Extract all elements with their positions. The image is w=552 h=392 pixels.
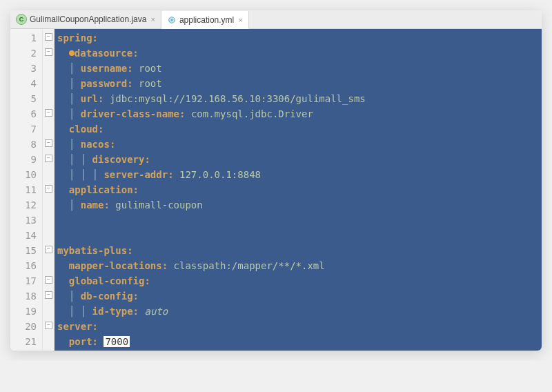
selection-highlight: 7000 [103, 336, 130, 347]
code-line: spring: [57, 30, 542, 46]
code-line: mybatis-plus: [57, 243, 542, 258]
line-number-gutter: 1 2 3 4 5 6 7 8 9 10 11 12 13 14 15 16 1… [10, 29, 43, 351]
line-number: 3 [19, 61, 37, 76]
code-line: │ │ discovery: [57, 152, 542, 167]
line-number: 16 [19, 258, 37, 273]
fold-toggle[interactable] [45, 322, 52, 329]
close-icon[interactable]: × [150, 15, 155, 23]
line-number: 13 [19, 213, 37, 228]
fold-toggle[interactable] [45, 185, 52, 193]
tab-yaml-file[interactable]: application.yml × [161, 11, 249, 29]
fold-toggle[interactable] [45, 33, 52, 41]
code-line: mapper-locations: classpath:/mapper/**/*… [57, 258, 542, 273]
line-number: 2 [19, 46, 37, 61]
tab-bar: C GulimallCouponApplication.java × appli… [10, 10, 542, 29]
warning-dot-icon [69, 50, 75, 56]
code-line: │ password: root [57, 76, 542, 91]
line-number: 5 [19, 91, 37, 106]
tab-java-file[interactable]: C GulimallCouponApplication.java × [10, 10, 161, 28]
code-line: port: 7000 [57, 334, 542, 349]
code-line: │ driver-class-name: com.mysql.jdbc.Driv… [57, 106, 542, 121]
line-number: 11 [19, 182, 37, 197]
code-line: │ url: jdbc:mysql://192.168.56.10:3306/g… [57, 91, 542, 106]
code-line: application: [57, 182, 542, 197]
line-number: 7 [19, 121, 37, 137]
line-number: 1 [19, 30, 37, 46]
tab-label: GulimallCouponApplication.java [30, 14, 146, 24]
code-line: datasource: [57, 46, 542, 61]
line-number: 17 [19, 273, 37, 288]
fold-gutter [43, 29, 55, 351]
fold-toggle[interactable] [45, 109, 52, 117]
fold-toggle[interactable] [45, 291, 52, 299]
line-number: 8 [19, 137, 37, 152]
line-number: 15 [19, 243, 37, 258]
line-number: 18 [19, 288, 37, 304]
code-line: server: [57, 319, 542, 334]
class-icon: C [16, 14, 27, 25]
tab-label: application.yml [179, 15, 234, 25]
code-line: │ │ │ server-addr: 127.0.0.1:8848 [57, 167, 542, 182]
yaml-icon [167, 15, 177, 25]
code-line: │ db-config: [57, 288, 542, 304]
code-line: │ nacos: [57, 137, 542, 152]
line-number: 4 [19, 76, 37, 91]
close-icon[interactable]: × [238, 16, 242, 24]
fold-toggle[interactable] [45, 48, 52, 56]
line-number: 14 [19, 228, 37, 243]
fold-toggle[interactable] [45, 139, 52, 147]
code-line [57, 213, 542, 228]
code-line [57, 228, 542, 243]
line-number: 21 [19, 334, 37, 349]
ide-window: C GulimallCouponApplication.java × appli… [10, 10, 542, 351]
code-area[interactable]: spring: datasource: │ username: root │ p… [55, 29, 542, 351]
code-line: │ │ id-type: auto [57, 304, 542, 319]
code-line: cloud: [57, 121, 542, 137]
svg-point-1 [171, 19, 173, 21]
code-line: │ name: gulimall-coupon [57, 197, 542, 213]
fold-toggle[interactable] [45, 276, 52, 284]
code-line: global-config: [57, 273, 542, 288]
line-number: 19 [19, 304, 37, 319]
fold-toggle[interactable] [45, 246, 52, 253]
line-number: 6 [19, 106, 37, 121]
code-line: │ username: root [57, 61, 542, 76]
line-number: 12 [19, 197, 37, 213]
line-number: 9 [19, 152, 37, 167]
line-number: 10 [19, 167, 37, 182]
line-number: 20 [19, 319, 37, 334]
fold-toggle[interactable] [45, 155, 52, 162]
code-editor[interactable]: 1 2 3 4 5 6 7 8 9 10 11 12 13 14 15 16 1… [10, 29, 542, 351]
